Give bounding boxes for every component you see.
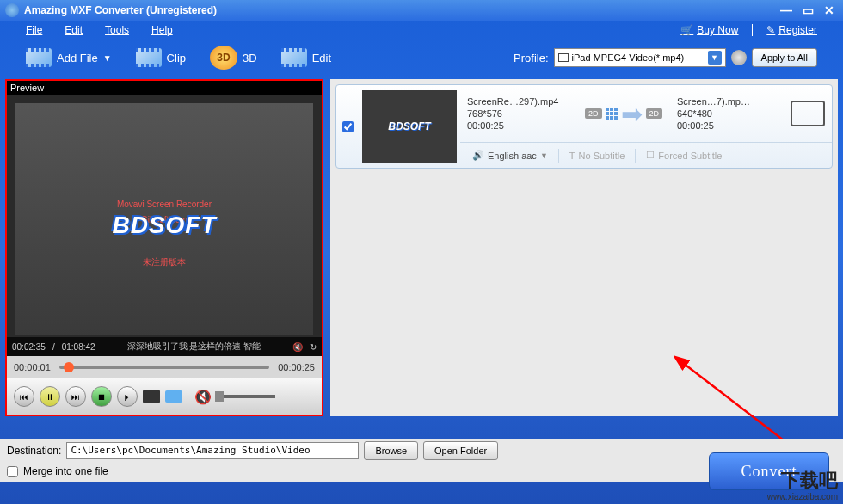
audio-track-dropdown[interactable]: 🔊 English aac ▼: [467, 148, 553, 163]
target-filename: Screen…7).mp…: [677, 96, 780, 107]
preview-panel: Preview Movavi Screen Recorder GiliSoft …: [5, 79, 323, 416]
apply-to-all-button[interactable]: Apply to All: [752, 48, 817, 67]
minimize-button[interactable]: —: [777, 3, 796, 17]
time-current: 00:00:01: [14, 362, 51, 372]
source-filename: ScreenRe…297).mp4: [467, 96, 570, 107]
3d-icon: 3D: [210, 46, 237, 70]
merge-checkbox[interactable]: [7, 466, 18, 477]
menubar: File Edit Tools Help 🛒Buy Now ✎Register: [0, 21, 843, 40]
maximize-button[interactable]: ▭: [799, 3, 817, 17]
target-resolution: 640*480: [677, 108, 780, 119]
scissors-film-icon: [136, 48, 162, 67]
rewind-button[interactable]: ⏮: [14, 386, 34, 407]
time-total: 00:00:25: [278, 362, 315, 372]
player-controls: ⏮ ⏸ ⏭ ⏹ ⏵ 🔇: [7, 378, 322, 415]
menu-help[interactable]: Help: [151, 24, 173, 36]
conversion-arrow: 2D ➡ 2D: [577, 99, 670, 129]
open-folder-button[interactable]: Open Folder: [423, 441, 498, 460]
toolbar: Add File ▼ Clip 3D 3D Edit Profile: iPad…: [0, 40, 843, 76]
edit-button[interactable]: Edit: [281, 48, 331, 67]
refresh-icon: ↻: [310, 342, 317, 352]
add-file-button[interactable]: Add File ▼: [26, 48, 112, 67]
gear-icon[interactable]: [731, 50, 747, 65]
corner-watermark: 下载吧 www.xiazaiba.com: [767, 470, 838, 502]
subtitle-dropdown[interactable]: T No Subtitle: [564, 149, 631, 163]
watermark-text: Movavi Screen Recorder: [117, 200, 212, 209]
watermark-logo-text: 下载吧: [767, 470, 838, 492]
menubar-right: 🛒Buy Now ✎Register: [680, 24, 817, 36]
video-overlay-bar: 00:02:35/ 01:08:42 深深地吸引了我 是这样的倍速 智能 🔇 ↻: [7, 337, 322, 356]
separator: [635, 149, 636, 163]
chevron-down-icon: ▼: [540, 151, 548, 160]
pause-button[interactable]: ⏸: [40, 386, 60, 407]
profile-section: Profile: iPad MPEG4 Video(*.mp4) ▼ Apply…: [514, 48, 817, 67]
chevron-down-icon: ▼: [708, 51, 722, 65]
cart-icon: 🛒: [680, 24, 693, 36]
badge-2d: 2D: [646, 108, 663, 119]
device-icon: [558, 53, 569, 62]
folder-button[interactable]: [165, 390, 182, 403]
list-item[interactable]: BDSOFT ScreenRe…297).mp4 768*576 00:00:2…: [335, 84, 833, 169]
forward-button[interactable]: ⏭: [65, 386, 86, 407]
preview-video[interactable]: Movavi Screen Recorder GiliSoft com BDSO…: [7, 95, 322, 356]
chevron-down-icon: ▼: [103, 53, 112, 63]
separator: [558, 149, 559, 163]
item-thumbnail[interactable]: BDSOFT: [362, 90, 457, 163]
clip-button[interactable]: Clip: [136, 48, 186, 67]
main-area: Preview Movavi Screen Recorder GiliSoft …: [0, 76, 843, 420]
timeline-bar: 00:00:01 00:00:25: [7, 356, 322, 378]
profile-dropdown[interactable]: iPad MPEG4 Video(*.mp4) ▼: [554, 48, 726, 67]
watermark-logo: BDSOFT: [112, 212, 216, 239]
volume-knob[interactable]: [215, 391, 224, 402]
menu-edit[interactable]: Edit: [65, 24, 83, 36]
mute-icon[interactable]: 🔇: [194, 389, 212, 405]
checkbox-icon: ☐: [646, 150, 655, 161]
close-button[interactable]: ✕: [821, 3, 838, 17]
target-info: Screen…7).mp… 640*480 00:00:25: [677, 96, 780, 131]
window-controls: — ▭ ✕: [777, 3, 838, 17]
register-link[interactable]: ✎Register: [766, 24, 817, 36]
overlay-time-current: 00:02:35: [12, 342, 46, 352]
app-logo-icon: [5, 3, 19, 17]
speaker-icon: 🔊: [472, 150, 484, 161]
device-preview-icon: [791, 101, 825, 126]
source-info: ScreenRe…297).mp4 768*576 00:00:25: [467, 96, 570, 131]
badge-2d: 2D: [585, 108, 602, 119]
file-list-panel: BDSOFT ScreenRe…297).mp4 768*576 00:00:2…: [330, 79, 838, 416]
titlebar: Amazing MXF Converter (Unregistered) — ▭…: [0, 0, 843, 21]
buy-now-link[interactable]: 🛒Buy Now: [680, 24, 738, 36]
watermark-url: www.xiazaiba.com: [767, 492, 838, 502]
overlay-subtitle: 深深地吸引了我 是这样的倍速 智能: [102, 341, 286, 353]
thumb-watermark: BDSOFT: [388, 120, 430, 132]
forced-subtitle-toggle[interactable]: ☐ Forced Subtitle: [641, 148, 727, 163]
item-info: ScreenRe…297).mp4 768*576 00:00:25 2D ➡ …: [460, 85, 832, 168]
stop-button[interactable]: ⏹: [91, 386, 112, 407]
menu-file[interactable]: File: [26, 24, 42, 36]
preview-label: Preview: [7, 81, 322, 95]
merge-label: Merge into one file: [23, 465, 108, 477]
next-button[interactable]: ⏵: [117, 386, 138, 407]
destination-path[interactable]: [66, 442, 359, 459]
text-icon: T: [569, 151, 575, 161]
volume-slider[interactable]: [215, 395, 275, 398]
pen-icon: ✎: [766, 24, 775, 36]
window-title: Amazing MXF Converter (Unregistered): [24, 4, 217, 16]
destination-label: Destination:: [7, 445, 61, 457]
browse-button[interactable]: Browse: [364, 441, 418, 460]
timeline-track[interactable]: [59, 366, 269, 369]
item-checkbox[interactable]: [342, 121, 354, 132]
mosaic-icon: [606, 108, 618, 120]
timeline-knob[interactable]: [64, 362, 74, 372]
menu-tools[interactable]: Tools: [105, 24, 129, 36]
profile-label: Profile:: [514, 52, 548, 65]
film-icon: [26, 48, 52, 67]
watermark-text: 未注册版本: [143, 256, 186, 268]
separator: [752, 24, 753, 36]
target-duration: 00:00:25: [677, 120, 780, 131]
snapshot-button[interactable]: [143, 390, 160, 403]
source-duration: 00:00:25: [467, 120, 570, 131]
profile-value: iPad MPEG4 Video(*.mp4): [572, 52, 685, 63]
3d-button[interactable]: 3D 3D: [210, 46, 257, 70]
wand-film-icon: [281, 48, 307, 67]
bottom-bar: Destination: Browse Open Folder Merge in…: [0, 439, 843, 504]
